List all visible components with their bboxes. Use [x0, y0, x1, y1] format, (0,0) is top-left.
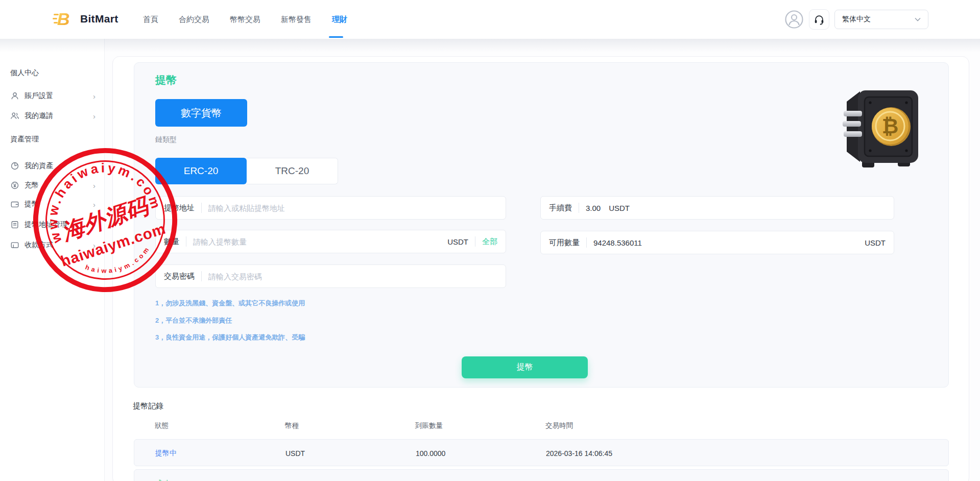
chevron-down-icon	[915, 17, 921, 21]
amount-all-button[interactable]: 全部	[482, 237, 497, 247]
support-headset-icon[interactable]	[809, 9, 829, 30]
chevron-right-icon: ›	[93, 92, 95, 101]
sidebar-item-withdraw-address[interactable]: 提幣地址管理 ›	[0, 215, 105, 234]
record-time: 2026-03-16 14:06:45	[546, 440, 612, 467]
users-icon	[10, 111, 19, 121]
nav-item-finance[interactable]: 理財	[332, 15, 347, 25]
user-avatar-icon[interactable]	[784, 10, 804, 29]
divider	[475, 236, 475, 247]
withdraw-address-input[interactable]	[208, 204, 497, 212]
chevron-right-icon: ›	[93, 200, 95, 209]
amount-label: 數量	[164, 237, 179, 247]
chevron-right-icon: ›	[93, 241, 95, 250]
address-list-icon	[10, 220, 19, 229]
withdraw-panel: 提幣 數字貨幣 鏈類型 ERC-20 TRC-20 提幣地址 數量 USDT 全…	[134, 62, 949, 388]
notice-3: 3，良性資金用途，保護好個人資產避免欺詐、受騙	[155, 333, 305, 342]
record-amount: 100.0000	[416, 470, 445, 481]
trade-password-label: 交易密碼	[164, 272, 195, 281]
brand-logo[interactable]: B BitMart	[53, 8, 118, 30]
available-unit: USDT	[865, 238, 886, 247]
col-header-coin: 幣種	[285, 421, 299, 430]
record-row: 成功 USDT 100.0000 2026-03-16 16:06:00	[134, 469, 949, 481]
nav-item-home[interactable]: 首頁	[143, 15, 158, 25]
col-header-time: 交易時間	[545, 421, 573, 430]
chain-tab-erc20[interactable]: ERC-20	[155, 158, 247, 184]
sidebar-item-payment-methods[interactable]: 收款方式 ›	[0, 235, 105, 255]
sidebar-item-deposit[interactable]: 充幣 ›	[0, 176, 105, 195]
svg-text:₿: ₿	[882, 114, 899, 138]
record-amount: 100.0000	[416, 440, 445, 467]
bitmart-logo-icon: B	[53, 8, 74, 30]
chevron-right-icon: ›	[93, 112, 95, 121]
sidebar-header-personal: 個人中心	[10, 68, 39, 78]
chain-type-label: 鏈類型	[155, 135, 177, 145]
record-coin: USDT	[285, 470, 305, 481]
top-navbar: B BitMart 首頁 合約交易 幣幣交易 新幣發售 理財	[0, 0, 980, 39]
amount-input[interactable]	[193, 237, 447, 246]
available-label: 可用數量	[549, 238, 580, 248]
chain-tabs: ERC-20 TRC-20	[155, 158, 338, 184]
col-header-amount: 到賬數量	[415, 421, 443, 430]
withdraw-address-label: 提幣地址	[164, 203, 195, 213]
records-title: 提幣記錄	[133, 401, 163, 411]
sidebar-item-withdraw[interactable]: 提幣 ›	[0, 195, 105, 214]
record-coin: USDT	[285, 440, 305, 467]
divider	[201, 271, 202, 281]
trade-password-row: 交易密碼	[155, 264, 506, 288]
record-row: 提幣中 USDT 100.0000 2026-03-16 14:06:45	[134, 439, 949, 466]
col-header-status: 狀態	[155, 421, 169, 430]
nav-item-futures[interactable]: 合約交易	[179, 15, 209, 25]
notice-1: 1，勿涉及洗黑錢、資金盤、或其它不良操作或使用	[155, 299, 305, 308]
bitcoin-vault-illustration: ₿	[842, 84, 923, 171]
fee-unit: USDT	[609, 204, 630, 212]
withdraw-address-row: 提幣地址	[155, 196, 506, 220]
language-value: 繁体中文	[842, 15, 871, 24]
records-header-row: 狀態 幣種 到賬數量 交易時間	[134, 421, 949, 431]
page-title: 提幣	[155, 73, 177, 87]
divider	[586, 237, 587, 248]
navbar-shadow	[0, 39, 980, 52]
amount-unit: USDT	[447, 237, 468, 246]
record-status: 提幣中	[155, 440, 177, 467]
chain-tab-trc20[interactable]: TRC-20	[247, 158, 338, 184]
sidebar-item-account-settings[interactable]: 賬戶設置 ›	[0, 86, 105, 106]
nav-item-spot[interactable]: 幣幣交易	[230, 15, 260, 25]
fee-label: 手續費	[549, 203, 572, 213]
svg-text:B: B	[57, 9, 70, 29]
divider	[186, 236, 186, 247]
trade-password-input[interactable]	[208, 272, 497, 281]
brand-name: BitMart	[80, 13, 118, 25]
digital-currency-tab[interactable]: 數字貨幣	[155, 99, 247, 127]
bank-card-icon	[10, 240, 19, 250]
wallet-icon	[10, 200, 19, 209]
available-row: 可用數量 94248.536011 USDT	[540, 231, 894, 254]
sidebar-item-my-assets[interactable]: 我的資產	[0, 156, 105, 176]
divider	[201, 203, 202, 213]
chevron-right-icon: ›	[93, 221, 95, 229]
nav-menu: 首頁 合約交易 幣幣交易 新幣發售 理財	[143, 0, 347, 39]
nav-item-newcoin[interactable]: 新幣發售	[281, 15, 312, 25]
divider	[579, 203, 579, 213]
sidebar: 個人中心 賬戶設置 › 我的邀請 › 資產管理 我的資產 充幣 ›	[0, 39, 105, 481]
language-selector[interactable]: 繁体中文	[834, 10, 928, 29]
nav-right-controls: 繁体中文	[784, 0, 928, 39]
fee-row: 手續費 3.00 USDT	[540, 196, 894, 220]
sidebar-item-my-invites[interactable]: 我的邀請 ›	[0, 106, 105, 126]
coin-yen-icon	[10, 181, 19, 190]
amount-row: 數量 USDT 全部	[155, 230, 506, 253]
record-status: 成功	[155, 470, 170, 481]
record-time: 2026-03-16 16:06:00	[546, 470, 612, 481]
notice-2: 2，平台並不承擔外部責任	[155, 316, 232, 325]
available-value: 94248.536011	[593, 238, 642, 247]
withdraw-submit-button[interactable]: 提幣	[462, 356, 588, 378]
sidebar-header-assets: 資產管理	[10, 135, 39, 144]
pie-chart-icon	[10, 161, 19, 171]
active-nav-underline	[329, 36, 343, 38]
user-icon	[10, 91, 19, 101]
fee-value: 3.00	[586, 204, 601, 212]
chevron-right-icon: ›	[93, 181, 95, 190]
